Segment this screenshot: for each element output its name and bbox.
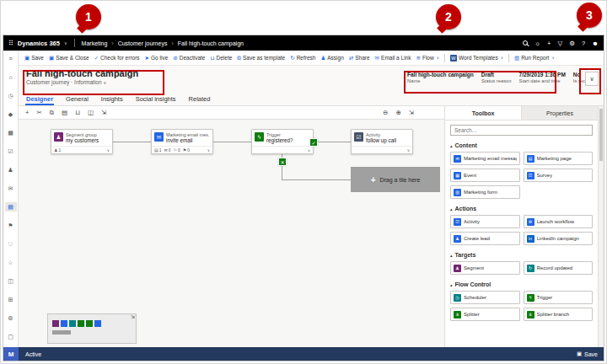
campaigns-icon[interactable]: ⚑ <box>5 221 17 230</box>
minimap-expand-icon[interactable]: ⇲ <box>131 313 135 319</box>
account-icon[interactable]: ☻ <box>592 40 599 47</box>
recent-icon[interactable]: ◷ <box>5 91 17 100</box>
toolbox-item-trigger[interactable]: ϟTrigger <box>524 291 594 304</box>
section-targets[interactable]: ▴Targets <box>450 252 593 258</box>
branch-yes-badge[interactable]: ✓ <box>309 138 318 147</box>
scrollbar-thumb[interactable] <box>599 109 603 161</box>
share-button[interactable]: ⇄Share <box>349 55 370 62</box>
email-a-link-button[interactable]: ✉Email a Link <box>375 55 411 62</box>
toolbox-item-record-updated[interactable]: ↻Record updated <box>524 261 594 275</box>
save-and-close-button[interactable]: ▣Save & Close <box>49 55 89 62</box>
settings-icon[interactable]: ⚙ <box>5 313 17 323</box>
toolbox-item-activity[interactable]: ☑Activity <box>450 215 520 228</box>
section-flow-control[interactable]: ▴Flow Control <box>450 281 593 287</box>
toolbox-item-marketing-form[interactable]: ▥Marketing form <box>450 185 520 199</box>
tasks-icon[interactable]: ☑ <box>5 147 17 156</box>
toolbox-item-marketing-page[interactable]: ▤Marketing page <box>524 152 594 165</box>
journey-tile-marketing-email[interactable]: ✉ Marketing email mes... invite email ▤1… <box>151 129 213 154</box>
favorites-icon[interactable]: ♡ <box>5 239 17 249</box>
tab-properties[interactable]: Properties <box>522 106 598 120</box>
flow-menu-button[interactable]: ≋Flow∨ <box>416 55 438 62</box>
delete-icon[interactable]: ⊔ <box>75 109 80 116</box>
save-status[interactable]: ▣ Save <box>577 351 604 357</box>
toolbox-item-splitter[interactable]: ⋔Splitter <box>450 308 520 321</box>
search-icon[interactable] <box>523 40 528 46</box>
tab-related[interactable]: Related <box>188 94 212 105</box>
tab-general[interactable]: General <box>65 94 89 105</box>
misc-icon[interactable]: ▢ <box>5 332 17 341</box>
filter-icon[interactable]: ▽ <box>557 40 562 47</box>
toolbox-search-input[interactable] <box>454 127 588 133</box>
starred-icon[interactable]: ☆ <box>5 258 17 267</box>
toolbox-item-create-lead[interactable]: ♟Create lead <box>450 232 520 245</box>
vertical-scrollbar[interactable] <box>598 106 604 347</box>
apps-icon[interactable]: ⊞ <box>5 295 17 304</box>
help-icon[interactable]: ? <box>582 40 585 47</box>
journey-tile-trigger[interactable]: ϟ Trigger registered? ∨ ✓ <box>251 129 314 154</box>
word-templates-menu-button[interactable]: WWord Templates∨ <box>450 55 503 62</box>
header-collapse-button[interactable]: ∨ <box>585 72 599 86</box>
toolbox-item-scheduler[interactable]: ◷Scheduler <box>450 291 520 304</box>
home-icon[interactable]: ⌂ <box>5 72 17 82</box>
zoom-out-icon[interactable]: ⊖ <box>383 109 388 116</box>
canvas-minimap[interactable]: ⇲ <box>47 313 137 344</box>
check-for-errors-button[interactable]: ✓Check for errors <box>94 55 140 62</box>
marketing-app-icon[interactable]: M <box>3 347 19 361</box>
add-tile-icon[interactable]: + <box>25 109 29 116</box>
fit-screen-icon[interactable]: ⇲ <box>409 109 414 116</box>
copy-icon[interactable]: ⧉ <box>50 109 54 117</box>
tab-insights[interactable]: Insights <box>100 94 124 105</box>
cut-icon[interactable]: ✂ <box>36 109 41 116</box>
tile-expand-chevron[interactable]: ∨ <box>308 148 310 153</box>
callout-badge-2: 2 <box>436 4 461 29</box>
canvas-surface[interactable]: ♟ Segment group my customers ♟1 ∨ <box>19 120 444 347</box>
app-title[interactable]: Dynamics 365 <box>18 40 60 47</box>
toolbox-item-event[interactable]: ▦Event <box>450 169 520 182</box>
paste-icon[interactable]: ▤ <box>62 109 67 116</box>
settings-gear-icon[interactable]: ⚙ <box>569 40 575 47</box>
journey-tile-segment-group[interactable]: ♟ Segment group my customers ♟1 ∨ <box>51 129 113 154</box>
toolbox-item-launch-workflow[interactable]: ⚙Launch workflow <box>524 215 594 228</box>
contacts-icon[interactable]: ♟ <box>5 165 17 174</box>
section-actions[interactable]: ▴Actions <box>450 206 593 211</box>
go-live-button[interactable]: ➤Go live <box>145 55 169 62</box>
branch-no-badge[interactable]: ✕ <box>278 158 287 166</box>
toolbox-item-segment[interactable]: ♟Segment <box>450 261 520 275</box>
expand-icon[interactable]: ⇲ <box>101 109 106 116</box>
save-as-template-button[interactable]: ⧉Save as template <box>237 55 285 62</box>
lightbulb-icon[interactable]: ☼ <box>534 40 540 47</box>
add-icon[interactable]: + <box>547 40 551 47</box>
breadcrumb-record[interactable]: Fall high-touch campaign <box>178 40 244 46</box>
toolbox-item-splitter-branch[interactable]: ⋔Splitter branch <box>524 308 594 321</box>
app-launcher-waffle-icon[interactable]: ⠿ <box>8 40 13 47</box>
journey-tile-activity[interactable]: ☑ Activity follow up call ∨ <box>351 129 413 154</box>
save-button[interactable]: ▣Save <box>24 55 44 62</box>
refresh-button[interactable]: ↻Refresh <box>290 55 315 62</box>
pages-icon[interactable]: ◫ <box>5 276 17 286</box>
customer-journeys-icon[interactable]: ▤ <box>5 202 17 211</box>
toolbox-item-marketing-email-message[interactable]: ✉Marketing email message <box>450 152 520 165</box>
tab-social-insights[interactable]: Social insights <box>135 94 177 105</box>
menu-icon[interactable]: ≡ <box>5 54 17 63</box>
run-report-menu-button[interactable]: ▥Run Report∨ <box>514 55 555 62</box>
snapshot-icon[interactable]: ◫ <box>88 109 94 116</box>
tab-designer[interactable]: Designer <box>25 94 54 105</box>
email-icon[interactable]: ✉ <box>5 184 17 193</box>
delete-button[interactable]: ⊔Delete <box>210 55 232 62</box>
tile-expand-chevron[interactable]: ∨ <box>407 148 410 153</box>
tile-expand-chevron[interactable]: ∨ <box>207 148 210 153</box>
pinned-icon[interactable]: ◆ <box>5 110 17 119</box>
toolbox-item-linkedin-campaign[interactable]: inLinkedIn campaign <box>524 232 594 245</box>
deactivate-button[interactable]: ⊘Deactivate <box>173 55 205 62</box>
toolbox-item-survey[interactable]: ☑Survey <box>524 169 594 182</box>
breadcrumb-customer-journeys[interactable]: Customer journeys <box>118 40 168 46</box>
dashboard-icon[interactable]: ▦ <box>5 128 17 137</box>
toolb ox-item-label: Record updated <box>537 265 573 270</box>
breadcrumb-area[interactable]: Marketing <box>82 40 108 46</box>
zoom-in-icon[interactable]: ⊕ <box>395 109 400 116</box>
drag-tile-placeholder[interactable]: + Drag a tile here <box>351 167 440 192</box>
tile-expand-chevron[interactable]: ∨ <box>107 148 110 153</box>
tab-toolbox[interactable]: Toolbox <box>445 106 522 120</box>
section-content[interactable]: ▴Content <box>450 142 593 148</box>
assign-button[interactable]: ♟Assign <box>320 55 343 62</box>
